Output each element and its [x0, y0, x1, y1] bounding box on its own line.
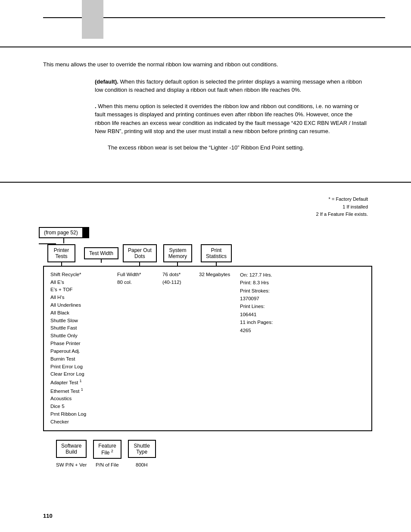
gray-block: [82, 0, 103, 39]
tw-item-0: Full Width*: [117, 271, 156, 279]
bottom-section: SoftwareBuild FeatureFile 2 ShuttleType …: [39, 440, 372, 467]
pt-item-9: Phase Printer: [50, 340, 111, 348]
tw-item-1: 80 col.: [117, 279, 156, 286]
main-content: This menu allows the user to override th…: [0, 47, 411, 177]
po-item-1: (40-112): [162, 279, 195, 286]
printer-tests-box: Printer Tests: [47, 244, 75, 262]
section-divider: [0, 182, 411, 183]
bottom-values-row: SW P/N + Ver P/N of File 800H: [56, 462, 355, 467]
factory-note-3: 2 If a Feature File exists.: [26, 211, 368, 218]
default-paragraph: (default). When this factory default opt…: [43, 78, 368, 94]
shuttle-type-box: ShuttleType: [128, 440, 156, 458]
paper-out-list: 76 dots* (40-112): [162, 271, 195, 286]
vert-ps: [216, 262, 217, 266]
pt-item-16: Acoustics: [50, 395, 111, 403]
diagram-area: * = Factory Default 1 If installed 2 If …: [0, 191, 411, 485]
from-page-fill: [82, 228, 88, 237]
ps-item-1: Print: 8.3 Hrs: [240, 279, 300, 286]
test-width-box: Test Width: [84, 247, 118, 259]
page-number: 110: [43, 513, 53, 519]
pn-of-file-val: P/N of File: [93, 462, 121, 467]
header-boxes-row: Printer Tests Test Width: [47, 244, 372, 266]
content-row: Shift Recycle* All E’s E’s + TOF All H’s…: [50, 271, 365, 426]
default-label: (default).: [95, 78, 118, 85]
diagram-full: (from page 52) Prin: [39, 227, 372, 467]
sw-pn-ver-val: SW P/N + Ver: [56, 462, 87, 467]
pt-item-18: Prnt Ribbon Log: [50, 411, 111, 418]
printer-tests-col: Printer Tests: [47, 244, 75, 266]
ps-item-5: 106441: [240, 311, 300, 318]
pt-item-2: E’s + TOF: [50, 286, 111, 294]
pt-item-11: Burnin Test: [50, 355, 111, 363]
page-container: This menu allows the user to override th…: [0, 0, 411, 532]
main-diagram-section: Printer Tests Test Width: [43, 244, 372, 431]
pt-item-13: Clear Error Log: [50, 370, 111, 378]
factory-note-2: 1 If installed: [26, 203, 368, 211]
ps-item-6: 11 inch Pages:: [240, 318, 300, 326]
from-page-box: (from page 52): [39, 227, 89, 238]
from-page-row: (from page 52): [39, 227, 372, 244]
system-memory-box: System Memory: [163, 244, 192, 262]
ps-item-0: On: 127.7 Hrs.: [240, 271, 300, 279]
factory-notes: * = Factory Default 1 If installed 2 If …: [26, 196, 385, 218]
system-memory-list: 32 Megabytes: [199, 271, 234, 279]
ps-item-3: 1370097: [240, 295, 300, 302]
excess-paragraph: The excess ribbon wear is set below the …: [43, 143, 368, 152]
pt-item-1: All E’s: [50, 279, 111, 286]
pt-item-7: Shuttle Fast: [50, 324, 111, 332]
vert-sm: [177, 262, 178, 266]
software-build-box: SoftwareBuild: [56, 440, 87, 458]
sm-item-0: 32 Megabytes: [199, 271, 234, 279]
intro-paragraph1: This menu allows the user to override th…: [43, 60, 368, 69]
override-paragraph: . When this menu option is selected it o…: [43, 102, 368, 136]
pt-item-3: All H’s: [50, 294, 111, 302]
outer-box: Shift Recycle* All E’s E’s + TOF All H’s…: [43, 266, 372, 431]
vert-tw: [101, 259, 102, 263]
bottom-boxes-row: SoftwareBuild FeatureFile 2 ShuttleType: [56, 440, 355, 459]
pt-item-17: Dice 5: [50, 403, 111, 411]
pt-item-14: Adapter Test 1: [50, 378, 111, 387]
override-text: When this menu option is selected it ove…: [95, 103, 367, 135]
po-item-0: 76 dots*: [162, 271, 195, 279]
print-stats-col: Print Statistics: [201, 244, 232, 266]
pt-item-19: Checker: [50, 418, 111, 426]
pt-item-4: All Underlines: [50, 302, 111, 309]
default-text: When this factory default option is sele…: [95, 78, 362, 93]
ps-item-2: Print Strokes:: [240, 287, 300, 295]
from-page-section: (from page 52): [39, 227, 89, 244]
ps-item-7: 4265: [240, 327, 300, 334]
pt-item-6: Shuttle Slow: [50, 317, 111, 325]
print-stats-list: On: 127.7 Hrs. Print: 8.3 Hrs Print Stro…: [240, 271, 300, 334]
pt-item-12: Print Error Log: [50, 363, 111, 371]
test-width-col: Test Width: [84, 247, 118, 263]
paper-out-box: Paper Out Dots: [123, 244, 157, 262]
top-header: [0, 0, 411, 47]
vert-po: [139, 262, 140, 266]
feature-file-box: FeatureFile 2: [93, 440, 121, 459]
pt-item-5: All Black: [50, 309, 111, 317]
printer-tests-list: Shift Recycle* All E’s E’s + TOF All H’s…: [50, 271, 111, 426]
shuttle-val: 800H: [128, 462, 156, 467]
pt-item-0: Shift Recycle*: [50, 271, 111, 279]
factory-note-1: * = Factory Default: [26, 196, 368, 203]
ps-item-4: Print Lines:: [240, 302, 300, 310]
print-stats-box: Print Statistics: [201, 244, 232, 262]
vert-connector-1: [63, 238, 64, 243]
vert-pt: [61, 262, 62, 266]
test-width-list: Full Width* 80 col.: [117, 271, 156, 286]
pt-item-8: Shuttle Only: [50, 332, 111, 340]
from-page-label: (from page 52): [40, 228, 82, 237]
paper-out-col: Paper Out Dots: [123, 244, 157, 266]
pt-item-10: Paperout Adj.: [50, 348, 111, 355]
system-memory-col: System Memory: [163, 244, 192, 266]
pt-item-15: Ethernet Test 1: [50, 387, 111, 395]
